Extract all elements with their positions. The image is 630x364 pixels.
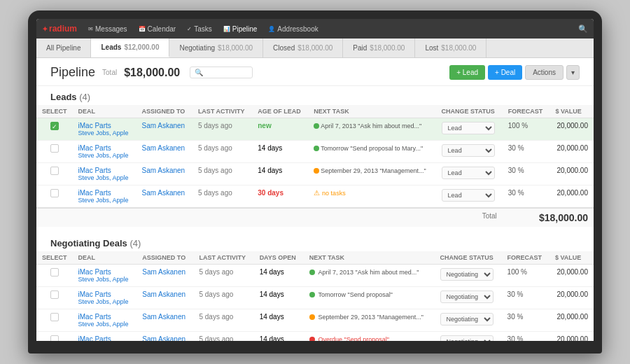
row-checkbox[interactable]	[36, 186, 73, 209]
tasks-icon: ✓	[187, 26, 192, 32]
status-select[interactable]: Lead Negotiating Closed Lost	[442, 189, 495, 202]
negotiating-table-row: iMac Parts Steve Jobs, Apple Sam Askanen…	[36, 287, 594, 309]
row-assigned: Sam Askanen	[136, 186, 192, 209]
row-age: 14 days	[252, 163, 308, 186]
top-nav: ✦ radium ✉ Messages 📅 Calendar ✓ Tasks 📊…	[36, 19, 594, 38]
neg-row-forecast: 100 %	[502, 265, 550, 287]
neg-status-select[interactable]: Negotiating Lead Closed Lost	[440, 268, 493, 281]
row-next-task: April 7, 2013 "Ask him about med..."	[308, 118, 435, 141]
nav-pipeline[interactable]: 📊 Pipeline	[223, 25, 258, 33]
row-forecast: 30 %	[503, 186, 550, 209]
neg-row-checkbox[interactable]	[36, 265, 73, 287]
neg-col-forecast: Forecast	[502, 251, 550, 265]
row-checkbox[interactable]	[36, 141, 73, 163]
status-select[interactable]: Lead Negotiating Closed Lost	[442, 122, 495, 134]
add-lead-button[interactable]: + Lead	[449, 65, 485, 80]
row-forecast: 100 %	[503, 118, 550, 141]
leads-table-row: iMac Parts Steve Jobs, Apple Sam Askanen…	[36, 163, 594, 186]
tab-all-pipeline[interactable]: All Pipeline	[36, 38, 91, 57]
neg-row-activity: 5 days ago	[193, 265, 253, 287]
neg-row-assigned: Sam Askanen	[136, 265, 193, 287]
status-select[interactable]: Lead Negotiating Closed Lost	[442, 167, 495, 179]
neg-row-checkbox[interactable]	[36, 332, 73, 342]
neg-col-status: Change Status	[435, 251, 502, 265]
leads-table-row: iMac Parts Steve Jobs, Apple Sam Askanen…	[36, 141, 594, 163]
row-status[interactable]: Lead Negotiating Closed Lost	[436, 163, 503, 186]
neg-col-deal: Deal	[73, 251, 137, 265]
row-deal: iMac Parts Steve Jobs, Apple	[73, 118, 136, 141]
leads-table-row: ✓ iMac Parts Steve Jobs, Apple Sam Askan…	[36, 118, 594, 141]
leads-table-row: iMac Parts Steve Jobs, Apple Sam Askanen…	[36, 186, 594, 209]
row-status[interactable]: Lead Negotiating Closed Lost	[436, 186, 503, 209]
neg-row-status[interactable]: Negotiating Lead Closed Lost	[435, 287, 502, 309]
neg-row-assigned: Sam Askanen	[136, 332, 193, 342]
pipeline-tabs: All Pipeline Leads $12,000.00 Negotiatin…	[36, 38, 594, 58]
neg-row-value: 20,000.00	[550, 332, 594, 342]
leads-table: Select Deal Assigned to Last Activity Ag…	[36, 105, 594, 227]
row-checkbox[interactable]	[36, 163, 73, 186]
neg-row-activity: 5 days ago	[193, 332, 253, 342]
add-deal-button[interactable]: + Deal	[488, 65, 522, 80]
main-content: Pipeline Total $18,000.00 🔍 + Lead + Dea…	[36, 58, 594, 341]
nav-calendar[interactable]: 📅 Calendar	[139, 25, 176, 33]
neg-row-checkbox[interactable]	[36, 309, 73, 332]
negotiating-table: Select Deal Assigned to Last Activity Da…	[36, 251, 594, 341]
neg-row-forecast: 30 %	[502, 287, 550, 309]
neg-row-checkbox[interactable]	[36, 287, 73, 309]
neg-col-select: Select	[36, 251, 73, 265]
neg-status-select[interactable]: Negotiating Lead Closed Lost	[440, 335, 493, 341]
nav-tasks[interactable]: ✓ Tasks	[187, 25, 212, 33]
row-deal: iMac Parts Steve Jobs, Apple	[73, 163, 136, 186]
neg-row-status[interactable]: Negotiating Lead Closed Lost	[435, 332, 502, 342]
neg-row-value: 20,000.00	[550, 265, 594, 287]
row-status[interactable]: Lead Negotiating Closed Lost	[436, 118, 503, 141]
neg-col-days: Days open	[254, 251, 304, 265]
nav-addressbook[interactable]: 👤 Addressbook	[268, 25, 318, 33]
tab-closed[interactable]: Closed $18,000.00	[263, 38, 343, 57]
neg-row-value: 20,000.00	[550, 309, 594, 332]
col-deal: Deal	[73, 105, 136, 118]
search-input[interactable]	[206, 69, 248, 76]
nav-messages[interactable]: ✉ Messages	[88, 25, 127, 33]
neg-task-icon	[309, 292, 315, 298]
row-next-task: September 29, 2013 "Management..."	[308, 163, 435, 186]
neg-col-value: $ Value	[550, 251, 594, 265]
row-forecast: 30 %	[503, 163, 550, 186]
row-checkbox[interactable]: ✓	[36, 118, 73, 141]
neg-status-select[interactable]: Negotiating Lead Closed Lost	[440, 313, 493, 326]
search-box[interactable]: 🔍	[190, 66, 253, 78]
negotiating-table-row: iMac Parts Steve Jobs, Apple Sam Askanen…	[36, 332, 594, 342]
col-value: $ Value	[550, 105, 594, 118]
task-status-icon	[314, 146, 319, 151]
row-value: 20,000.00	[550, 141, 594, 163]
col-last-activity: Last Activity	[192, 105, 252, 118]
negotiating-table-row: iMac Parts Steve Jobs, Apple Sam Askanen…	[36, 309, 594, 332]
search-icon: 🔍	[195, 69, 203, 76]
col-assigned: Assigned to	[136, 105, 192, 118]
more-button[interactable]: ▾	[566, 65, 580, 80]
row-status[interactable]: Lead Negotiating Closed Lost	[436, 141, 503, 163]
task-status-icon	[314, 168, 319, 174]
nav-search[interactable]: 🔍	[578, 24, 588, 34]
tab-paid[interactable]: Paid $18,000.00	[343, 38, 415, 57]
neg-row-days: 14 days	[254, 287, 304, 309]
row-next-task: Tomorrow "Send proposal to Mary..."	[308, 141, 435, 163]
row-value: 20,000.00	[550, 186, 594, 209]
neg-row-days: 14 days	[254, 332, 304, 342]
col-next-task: Next Task	[308, 105, 435, 118]
neg-row-status[interactable]: Negotiating Lead Closed Lost	[435, 309, 502, 332]
row-assigned: Sam Askanen	[136, 118, 192, 141]
neg-row-status[interactable]: Negotiating Lead Closed Lost	[435, 265, 502, 287]
actions-button[interactable]: Actions	[525, 65, 564, 80]
neg-row-task: September 29, 2013 "Management..."	[304, 309, 435, 332]
tab-negotiating[interactable]: Negotiating $18,000.00	[169, 38, 263, 57]
neg-task-icon	[309, 337, 315, 341]
col-age: Age of Lead	[252, 105, 308, 118]
tab-lost[interactable]: Lost $18,000.00	[415, 38, 486, 57]
neg-status-select[interactable]: Negotiating Lead Closed Lost	[440, 290, 493, 303]
tab-leads[interactable]: Leads $12,000.00	[91, 38, 169, 57]
status-select[interactable]: Lead Negotiating Closed Lost	[442, 144, 495, 157]
row-deal: iMac Parts Steve Jobs, Apple	[73, 186, 136, 209]
laptop-frame: ✦ radium ✉ Messages 📅 Calendar ✓ Tasks 📊…	[28, 10, 602, 354]
row-next-task: ⚠ no tasks	[308, 186, 435, 209]
